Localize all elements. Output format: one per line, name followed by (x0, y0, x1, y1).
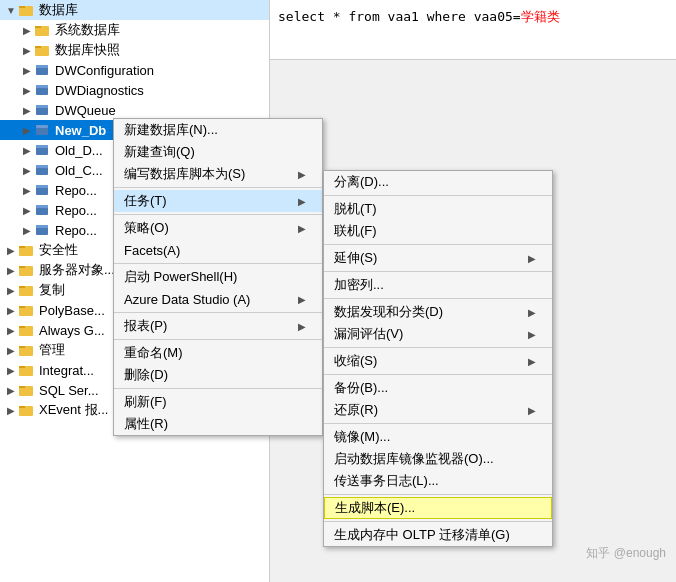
submenu-arrow-icon: ▶ (528, 307, 536, 318)
menu-item-detach[interactable]: 分离(D)... (324, 171, 552, 193)
menu-item-label: 编写数据库脚本为(S) (124, 165, 245, 183)
menu-item-mirror-monitor[interactable]: 启动数据库镜像监视器(O)... (324, 448, 552, 470)
menu-separator (114, 187, 322, 188)
tree-item-label: 服务器对象... (39, 261, 115, 279)
menu-item-label: 新建数据库(N)... (124, 121, 218, 139)
menu-item-policy[interactable]: 策略(O)▶ (114, 217, 322, 239)
menu-item-label: 属性(R) (124, 415, 168, 433)
svg-rect-23 (36, 225, 48, 228)
menu-item-refresh[interactable]: 刷新(F) (114, 391, 322, 413)
menu-item-delete[interactable]: 删除(D) (114, 364, 322, 386)
expand-icon[interactable]: ▶ (4, 303, 18, 317)
folder-icon (18, 382, 34, 398)
folder-icon (34, 42, 50, 58)
menu-item-label: 启动 PowerShell(H) (124, 268, 237, 286)
menu-item-gen-script[interactable]: 生成脚本(E)... (324, 497, 552, 519)
svg-rect-39 (19, 386, 25, 388)
expand-icon[interactable]: ▶ (20, 23, 34, 37)
svg-rect-15 (36, 145, 48, 148)
tree-item-label: New_Db (55, 123, 106, 138)
menu-item-rename[interactable]: 重命名(M) (114, 342, 322, 364)
expand-icon[interactable]: ▶ (4, 363, 18, 377)
menu-separator (114, 263, 322, 264)
menu-item-online[interactable]: 联机(F) (324, 220, 552, 242)
menu-item-label: Azure Data Studio (A) (124, 292, 250, 307)
menu-separator (324, 494, 552, 495)
editor-panel: select * from vaa1 where vaa05=学籍类 (270, 0, 676, 60)
expand-icon[interactable]: ▶ (20, 43, 34, 57)
submenu-arrow-icon: ▶ (298, 294, 306, 305)
expand-icon[interactable]: ▶ (4, 403, 18, 417)
tree-item-db-snapshot[interactable]: ▶数据库快照 (0, 40, 269, 60)
menu-item-encrypt[interactable]: 加密列... (324, 274, 552, 296)
expand-icon[interactable]: ▶ (20, 203, 34, 217)
menu-item-script-db[interactable]: 编写数据库脚本为(S)▶ (114, 163, 322, 185)
expand-icon[interactable]: ▶ (20, 163, 34, 177)
menu-item-offline[interactable]: 脱机(T) (324, 198, 552, 220)
menu-item-restore[interactable]: 还原(R)▶ (324, 399, 552, 421)
tree-item-label: Repo... (55, 203, 97, 218)
svg-rect-35 (19, 346, 25, 348)
db-icon (34, 162, 50, 178)
menu-item-label: 报表(P) (124, 317, 167, 335)
expand-icon[interactable]: ▶ (20, 183, 34, 197)
menu-item-extend[interactable]: 延伸(S)▶ (324, 247, 552, 269)
menu-item-reports[interactable]: 报表(P)▶ (114, 315, 322, 337)
menu-item-facets[interactable]: Facets(A) (114, 239, 322, 261)
menu-item-tasks[interactable]: 任务(T)▶ (114, 190, 322, 212)
menu-separator (324, 374, 552, 375)
submenu-arrow-icon: ▶ (528, 405, 536, 416)
menu-item-powershell[interactable]: 启动 PowerShell(H) (114, 266, 322, 288)
tree-item-dwconfig[interactable]: ▶DWConfiguration (0, 60, 269, 80)
expand-icon[interactable]: ▶ (4, 243, 18, 257)
menu-item-label: 分离(D)... (334, 173, 389, 191)
expand-icon[interactable]: ▶ (4, 343, 18, 357)
menu-item-label: 传送事务日志(L)... (334, 472, 439, 490)
menu-item-shrink[interactable]: 收缩(S)▶ (324, 350, 552, 372)
watermark: 知乎 @enough (586, 545, 666, 562)
tree-item-databases[interactable]: ▼数据库 (0, 0, 269, 20)
tree-item-dwqueue[interactable]: ▶DWQueue (0, 100, 269, 120)
menu-item-vuln-assess[interactable]: 漏洞评估(V)▶ (324, 323, 552, 345)
menu-item-data-discovery[interactable]: 数据发现和分类(D)▶ (324, 301, 552, 323)
tree-item-label: SQL Ser... (39, 383, 99, 398)
svg-rect-17 (36, 165, 48, 168)
menu-item-label: 数据发现和分类(D) (334, 303, 443, 321)
expand-icon[interactable]: ▶ (4, 283, 18, 297)
menu-item-ship-log[interactable]: 传送事务日志(L)... (324, 470, 552, 492)
menu-item-label: Facets(A) (124, 243, 180, 258)
tree-item-label: Integrat... (39, 363, 94, 378)
tree-item-dwdiag[interactable]: ▶DWDiagnostics (0, 80, 269, 100)
svg-rect-33 (19, 326, 25, 328)
menu-item-label: 删除(D) (124, 366, 168, 384)
menu-item-label: 备份(B)... (334, 379, 388, 397)
menu-item-label: 生成脚本(E)... (335, 499, 415, 517)
expand-icon[interactable]: ▼ (4, 3, 18, 17)
tree-item-label: DWQueue (55, 103, 116, 118)
menu-separator (324, 347, 552, 348)
expand-icon[interactable]: ▶ (20, 83, 34, 97)
menu-item-new-db[interactable]: 新建数据库(N)... (114, 119, 322, 141)
tree-item-label: Repo... (55, 223, 97, 238)
db-icon (34, 122, 50, 138)
expand-icon[interactable]: ▶ (20, 103, 34, 117)
expand-icon[interactable]: ▶ (20, 63, 34, 77)
expand-icon[interactable]: ▶ (20, 123, 34, 137)
menu-item-mirror[interactable]: 镜像(M)... (324, 426, 552, 448)
expand-icon[interactable]: ▶ (4, 323, 18, 337)
menu-item-properties[interactable]: 属性(R) (114, 413, 322, 435)
tree-item-label: 数据库快照 (55, 41, 120, 59)
expand-icon[interactable]: ▶ (20, 223, 34, 237)
expand-icon[interactable]: ▶ (4, 263, 18, 277)
db-icon (34, 142, 50, 158)
expand-icon[interactable]: ▶ (4, 383, 18, 397)
context-menu-2: 分离(D)...脱机(T)联机(F)延伸(S)▶加密列...数据发现和分类(D)… (323, 170, 553, 547)
menu-item-gen-oltp[interactable]: 生成内存中 OLTP 迁移清单(G) (324, 524, 552, 546)
expand-icon[interactable]: ▶ (20, 143, 34, 157)
menu-item-new-query[interactable]: 新建查询(Q) (114, 141, 322, 163)
tree-item-system-db[interactable]: ▶系统数据库 (0, 20, 269, 40)
menu-item-azure[interactable]: Azure Data Studio (A)▶ (114, 288, 322, 310)
tree-item-label: Always G... (39, 323, 105, 338)
tree-item-label: DWConfiguration (55, 63, 154, 78)
menu-item-backup[interactable]: 备份(B)... (324, 377, 552, 399)
